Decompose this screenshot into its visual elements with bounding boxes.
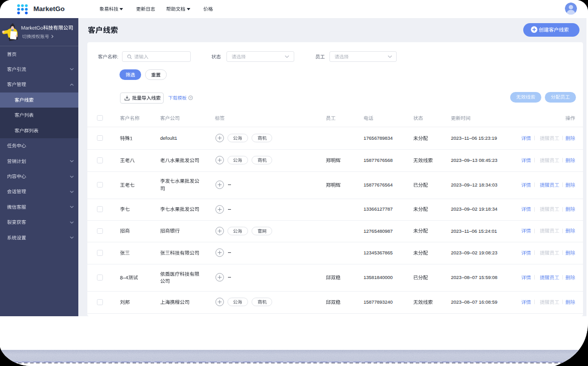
svg-text:?: ? [189, 96, 191, 100]
